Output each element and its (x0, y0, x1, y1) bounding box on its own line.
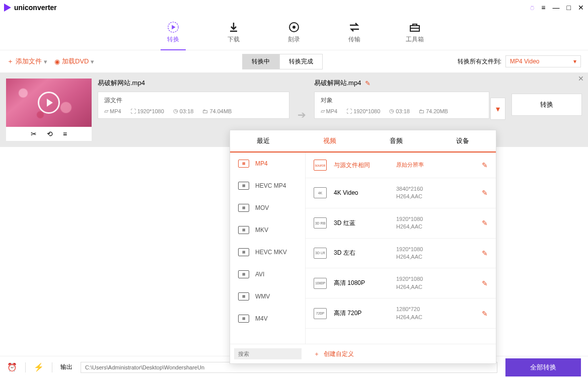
preset-icon: 1080P (314, 278, 327, 289)
preset-details: 3840*2160H264,AAC (396, 185, 475, 201)
video-thumbnail[interactable] (6, 79, 92, 127)
play-icon (38, 92, 60, 114)
output-format-select[interactable]: MP4 Video (505, 55, 581, 67)
search-wrap (230, 344, 306, 363)
preset-option[interactable]: 1080P高清 1080P1920*1080H264,AAC✎ (306, 268, 496, 298)
format-wmv[interactable]: ▦WMV (230, 285, 305, 308)
convert-all-button[interactable]: 全部转换 (505, 358, 581, 376)
nav-label: 转换 (167, 35, 179, 44)
format-avi[interactable]: ▦AVI (230, 263, 305, 285)
target-info: 易破解网站.mp4 ✎ 对象 ▱ MP4 ⛶ 1920*1080 ◷ 03:18… (314, 79, 506, 119)
gpu-icon[interactable]: ⚡ (34, 362, 44, 372)
trim-icon[interactable]: ✂ (31, 130, 37, 138)
edit-preset-icon[interactable]: ✎ (482, 310, 488, 318)
separator (52, 362, 52, 372)
preset-name: 3D 左右 (334, 249, 389, 257)
burn-icon (288, 21, 300, 33)
svg-point-2 (292, 26, 296, 29)
preset-details: 1280*720H264,AAC (396, 306, 475, 321)
nav-label: 传输 (348, 35, 360, 44)
plus-icon: ＋ (7, 57, 14, 66)
duration-icon: ◷ 03:18 (173, 108, 194, 114)
convert-button[interactable]: 转换 (511, 94, 582, 116)
search-input[interactable] (234, 348, 302, 359)
format-hevc-mkv[interactable]: ▦HEVC MKV (230, 241, 305, 263)
output-label: 输出 (60, 363, 72, 371)
preset-option[interactable]: 3D RB3D 红蓝1920*1080H264,AAC✎ (306, 208, 496, 239)
nav-burn[interactable]: 刻录 (279, 15, 309, 50)
edit-preset-icon[interactable]: ✎ (482, 279, 488, 287)
app-logo: uniconverter (4, 4, 57, 12)
tab-video[interactable]: 视频 (297, 130, 363, 152)
toolbox-icon (409, 21, 421, 33)
tab-device[interactable]: 设备 (429, 130, 496, 152)
convert-icon (167, 21, 179, 33)
film-icon: ▦ (238, 204, 249, 212)
download-icon (228, 21, 240, 33)
preset-option[interactable]: source与源文件相同原始分辨率✎ (306, 153, 496, 178)
preset-list[interactable]: source与源文件相同原始分辨率✎4K4K Video3840*2160H26… (306, 153, 496, 344)
preset-option[interactable]: 4K4K Video3840*2160H264,AAC✎ (306, 178, 496, 208)
add-file-button[interactable]: ＋添加文件 ▾ (7, 57, 47, 66)
tab-audio[interactable]: 音频 (363, 130, 429, 152)
format-list[interactable]: ▦MP4▦HEVC MP4▦MOV▦MKV▦HEVC MKV▦AVI▦WMV▦M… (230, 153, 306, 344)
film-icon: ▦ (238, 315, 249, 323)
source-filename: 易破解网站.mp4 (98, 79, 289, 88)
preset-icon: 3D RB (314, 217, 327, 229)
create-custom-button[interactable]: ＋创建自定义 (306, 344, 496, 363)
resolution-icon: ⛶ 1920*1080 (346, 108, 380, 114)
plus-icon: ＋ (314, 350, 320, 358)
target-meta: ▱ MP4 ⛶ 1920*1080 ◷ 03:18 🗀 74.20MB (321, 108, 483, 114)
separator (25, 362, 26, 372)
format-mov[interactable]: ▦MOV (230, 197, 305, 219)
edit-preset-icon[interactable]: ✎ (482, 189, 488, 197)
format-dropdown: 最近 视频 音频 设备 ▦MP4▦HEVC MP4▦MOV▦MKV▦HEVC M… (230, 130, 496, 364)
target-title: 对象 (321, 96, 483, 105)
resolution-icon: ⛶ 1920*1080 (130, 108, 164, 114)
format-m4v[interactable]: ▦M4V (230, 308, 305, 330)
window-controls: ⍥ ≡ — □ ✕ (530, 4, 584, 12)
target-format-dropdown-button[interactable]: ▾ (490, 98, 505, 120)
maximize-button[interactable]: □ (567, 4, 571, 12)
nav-transfer[interactable]: 传输 (339, 15, 370, 50)
edit-name-icon[interactable]: ✎ (365, 80, 371, 87)
edit-preset-icon[interactable]: ✎ (482, 219, 488, 227)
film-icon: ▦ (238, 226, 249, 234)
format-icon: ▱ MP4 (321, 108, 338, 114)
preset-option[interactable]: 3D LR3D 左右1920*1080H264,AAC✎ (306, 239, 496, 269)
nav-download[interactable]: 下载 (218, 15, 249, 50)
tab-recent[interactable]: 最近 (230, 130, 297, 152)
film-icon: ▦ (238, 292, 249, 300)
size-icon: 🗀 74.20MB (419, 108, 448, 114)
preset-option[interactable]: 720P高清 720P1280*720H264,AAC✎ (306, 298, 496, 329)
format-mkv[interactable]: ▦MKV (230, 219, 305, 241)
size-icon: 🗀 74.04MB (202, 108, 232, 114)
crop-icon[interactable]: ⟲ (47, 130, 53, 138)
user-icon[interactable]: ⍥ (530, 4, 534, 12)
load-dvd-button[interactable]: ◉加载DVD ▾ (54, 57, 94, 66)
close-button[interactable]: ✕ (578, 4, 584, 12)
disc-icon: ◉ (54, 58, 60, 65)
format-mp4[interactable]: ▦MP4 (230, 153, 305, 175)
preset-icon: 720P (314, 308, 327, 319)
film-icon: ▦ (238, 160, 249, 168)
nav-label: 刻录 (288, 35, 300, 44)
format-hevc-mp4[interactable]: ▦HEVC MP4 (230, 175, 305, 197)
nav-toolbox[interactable]: 工具箱 (400, 15, 430, 50)
minimize-button[interactable]: — (553, 4, 560, 12)
edit-preset-icon[interactable]: ✎ (482, 161, 488, 169)
schedule-icon[interactable]: ⏰ (7, 362, 17, 372)
toolbar: ＋添加文件 ▾ ◉加载DVD ▾ 转换中 转换完成 转换所有文件到: MP4 V… (0, 50, 588, 72)
preset-details: 1920*1080H264,AAC (396, 215, 475, 231)
tab-converting[interactable]: 转换中 (242, 54, 279, 69)
source-card: 源文件 ▱ MP4 ⛶ 1920*1080 ◷ 03:18 🗀 74.04MB (98, 92, 289, 119)
settings-icon[interactable]: ≡ (63, 130, 67, 138)
tab-completed[interactable]: 转换完成 (279, 54, 323, 69)
nav-convert[interactable]: 转换 (158, 15, 188, 50)
main-nav: 转换 下载 刻录 传输 工具箱 (0, 15, 588, 50)
source-title: 源文件 (104, 96, 283, 105)
nav-label: 下载 (228, 35, 240, 44)
remove-file-button[interactable]: ✕ (578, 74, 584, 83)
menu-icon[interactable]: ≡ (541, 4, 545, 12)
edit-preset-icon[interactable]: ✎ (482, 249, 488, 257)
